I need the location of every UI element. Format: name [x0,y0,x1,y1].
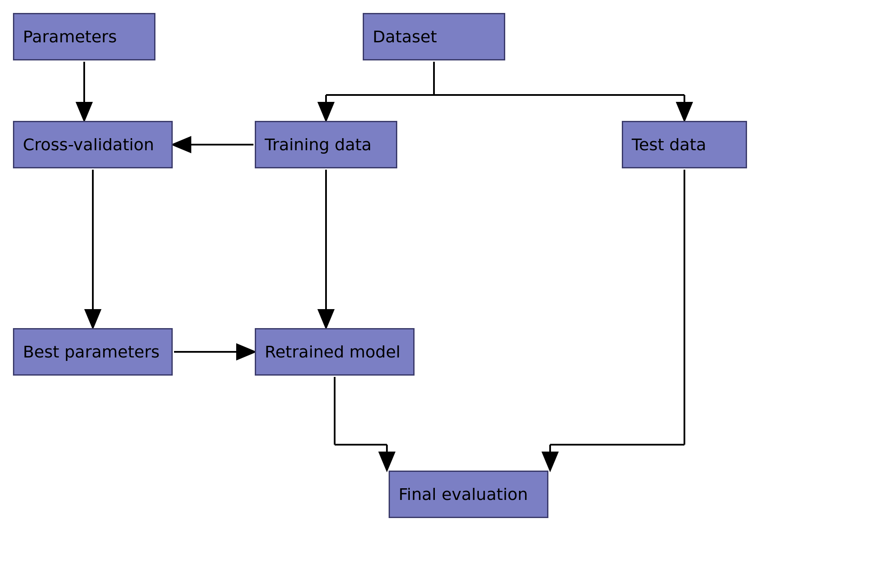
diagram-container: Parameters Dataset Cross-validation Trai… [0,0,877,588]
node-best-parameters: Best parameters [13,328,173,376]
node-final-evaluation: Final evaluation [389,471,548,518]
node-cross-validation: Cross-validation [13,121,173,168]
node-retrained-model: Retrained model [255,328,415,376]
node-parameters: Parameters [13,13,155,60]
node-training-data: Training data [255,121,397,168]
node-test-data: Test data [622,121,747,168]
node-dataset: Dataset [363,13,505,60]
